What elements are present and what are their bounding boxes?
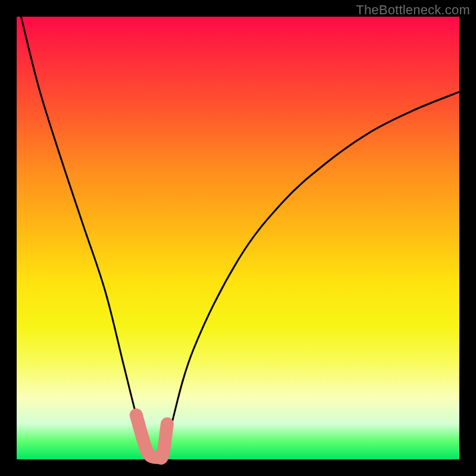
bottleneck-curve	[21, 17, 459, 458]
chart-svg	[17, 17, 459, 459]
watermark-text: TheBottleneck.com	[356, 2, 470, 18]
highlight-band	[136, 415, 167, 458]
plot-area	[17, 17, 459, 459]
chart-frame: TheBottleneck.com	[0, 0, 476, 476]
